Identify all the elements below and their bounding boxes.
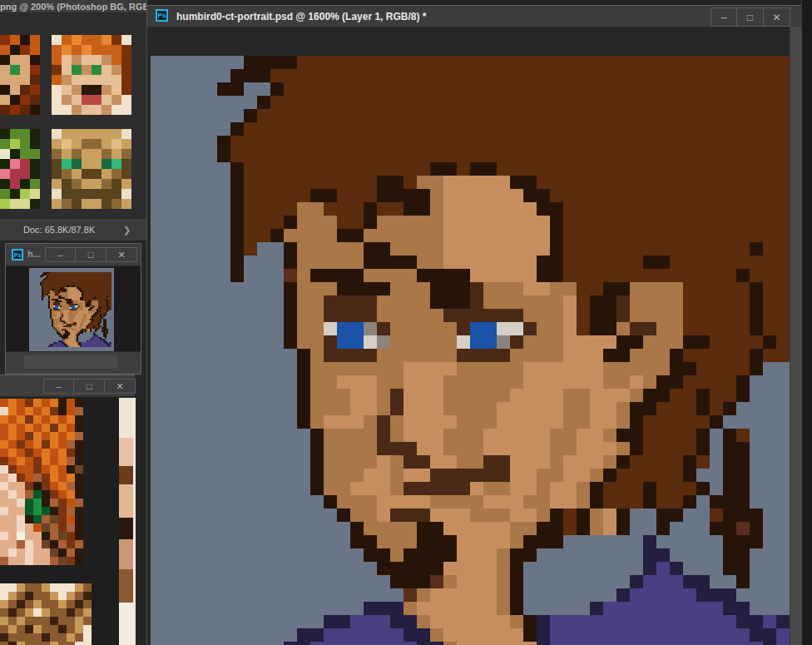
- background-document-titlebar[interactable]: png @ 200% (Photoshop BG, RGB: [0, 0, 146, 13]
- strip-segment: [119, 539, 133, 569]
- strip-segment: [119, 518, 133, 539]
- main-window-title: humbird0-ct-portrait.psd @ 1600% (Layer …: [176, 11, 426, 22]
- strip-segment: [119, 466, 133, 484]
- photoshop-workspace: png @ 200% (Photoshop BG, RGB Doc: 65.8K…: [0, 0, 812, 645]
- psd-file-icon: Ps: [156, 9, 168, 22]
- close-button[interactable]: ✕: [106, 247, 137, 262]
- workspace-right-edge: [801, 0, 812, 645]
- preview-statusbar: [6, 351, 141, 373]
- main-window-titlebar[interactable]: Ps humbird0-ct-portrait.psd @ 1600% (Lay…: [146, 5, 801, 27]
- portrait-crono-closeup[interactable]: [0, 35, 40, 115]
- psd-file-icon: Ps: [12, 249, 23, 260]
- doc-size-text: Doc: 65.8K/87.8K: [23, 225, 95, 235]
- background-document-title: png @ 200% (Photoshop BG, RGB: [0, 2, 146, 12]
- maximize-button[interactable]: □: [74, 379, 105, 394]
- minimize-button[interactable]: –: [45, 247, 76, 262]
- portrait-robo[interactable]: [52, 129, 131, 209]
- zoom-window-canvas-area: [0, 398, 135, 645]
- shell-art-canvas[interactable]: [0, 583, 92, 645]
- strip-segment: [119, 484, 133, 518]
- close-button[interactable]: ✕: [105, 379, 136, 394]
- strip-segment: [119, 398, 133, 438]
- maximize-button[interactable]: □: [737, 7, 764, 27]
- artwork-edge-strip: [119, 398, 133, 645]
- portrait-frog[interactable]: [0, 129, 40, 209]
- crono-zoom-canvas[interactable]: [0, 399, 92, 565]
- portrait-crono-face[interactable]: [52, 35, 131, 115]
- minimize-button[interactable]: –: [43, 379, 74, 394]
- preview-canvas-area: [6, 266, 141, 351]
- preview-thumbnail-background: [29, 268, 114, 351]
- document-canvas-area: [146, 27, 790, 645]
- status-chevron-icon[interactable]: ❯: [123, 225, 131, 236]
- artwork-edge-highlight: [133, 398, 136, 645]
- preview-window-titlebar[interactable]: Ps h... – □ ✕: [6, 244, 141, 266]
- main-document-window: Ps humbird0-ct-portrait.psd @ 1600% (Lay…: [146, 0, 812, 645]
- minimize-button[interactable]: –: [710, 7, 737, 27]
- preview-status-field: [24, 355, 117, 369]
- preview-window-title: h...: [27, 249, 41, 259]
- vertical-scrollbar[interactable]: [790, 27, 801, 645]
- strip-segment: [119, 438, 133, 466]
- portrait-pixel-art-canvas[interactable]: [151, 56, 790, 645]
- maximize-button[interactable]: □: [76, 247, 106, 262]
- portrait-gallery: [0, 13, 146, 220]
- strip-segment: [119, 603, 133, 645]
- background-windows-panel: png @ 200% (Photoshop BG, RGB Doc: 65.8K…: [0, 0, 146, 645]
- preview-window: Ps h... – □ ✕: [5, 243, 141, 375]
- preview-thumbnail-canvas[interactable]: [32, 272, 111, 347]
- document-size-statusbar: Doc: 65.8K/87.8K ❯: [0, 220, 146, 241]
- zoom-window-titlebar[interactable]: – □ ✕: [0, 375, 135, 397]
- strip-segment: [119, 569, 133, 603]
- close-button[interactable]: ✕: [764, 7, 790, 27]
